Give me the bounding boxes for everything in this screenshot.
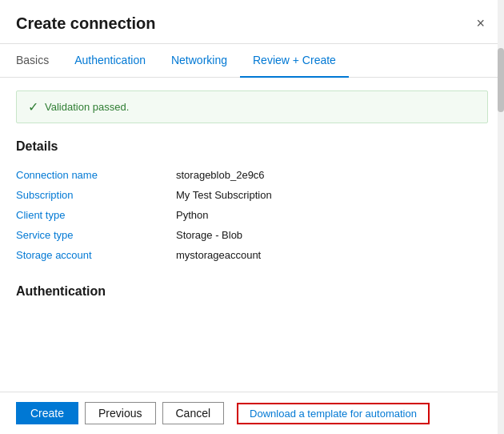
detail-value-client-type: Python (176, 209, 208, 221)
dialog-title: Create connection (16, 14, 155, 33)
detail-value-subscription: My Test Subscription (176, 189, 272, 201)
details-section-title: Details (16, 139, 488, 154)
dialog-footer: Create Previous Cancel Download a templa… (0, 392, 504, 434)
create-connection-dialog: Create connection × Basics Authenticatio… (0, 0, 504, 434)
details-table: Connection name storageblob_2e9c6 Subscr… (16, 165, 488, 265)
detail-label-client-type: Client type (16, 209, 176, 221)
detail-label-subscription: Subscription (16, 189, 176, 201)
detail-row-connection-name: Connection name storageblob_2e9c6 (16, 165, 488, 185)
detail-row-client-type: Client type Python (16, 205, 488, 225)
detail-label-connection-name: Connection name (16, 169, 176, 181)
download-template-button[interactable]: Download a template for automation (237, 403, 430, 424)
create-button[interactable]: Create (16, 402, 78, 424)
detail-label-service-type: Service type (16, 229, 176, 241)
validation-banner: ✓ Validation passed. (16, 90, 488, 123)
tab-basics[interactable]: Basics (16, 44, 62, 78)
scrollbar-thumb[interactable] (498, 48, 504, 112)
cancel-button[interactable]: Cancel (162, 402, 225, 424)
dialog-content: ✓ Validation passed. Details Connection … (0, 78, 504, 392)
authentication-section-title: Authentication (16, 284, 488, 299)
detail-row-storage-account: Storage account mystorageaccount (16, 245, 488, 265)
close-button[interactable]: × (473, 13, 488, 34)
check-circle-icon: ✓ (28, 99, 38, 115)
tab-review-create[interactable]: Review + Create (240, 44, 349, 78)
tab-authentication[interactable]: Authentication (62, 44, 158, 78)
detail-value-service-type: Storage - Blob (176, 229, 242, 241)
dialog-header: Create connection × (0, 0, 504, 44)
detail-value-storage-account: mystorageaccount (176, 249, 261, 261)
detail-label-storage-account: Storage account (16, 249, 176, 261)
detail-value-connection-name: storageblob_2e9c6 (176, 169, 265, 181)
scrollbar-track (498, 0, 504, 434)
detail-row-subscription: Subscription My Test Subscription (16, 185, 488, 205)
previous-button[interactable]: Previous (85, 402, 155, 424)
tab-networking[interactable]: Networking (158, 44, 240, 78)
tabs-bar: Basics Authentication Networking Review … (0, 44, 504, 78)
detail-row-service-type: Service type Storage - Blob (16, 225, 488, 245)
validation-message: Validation passed. (45, 101, 129, 113)
